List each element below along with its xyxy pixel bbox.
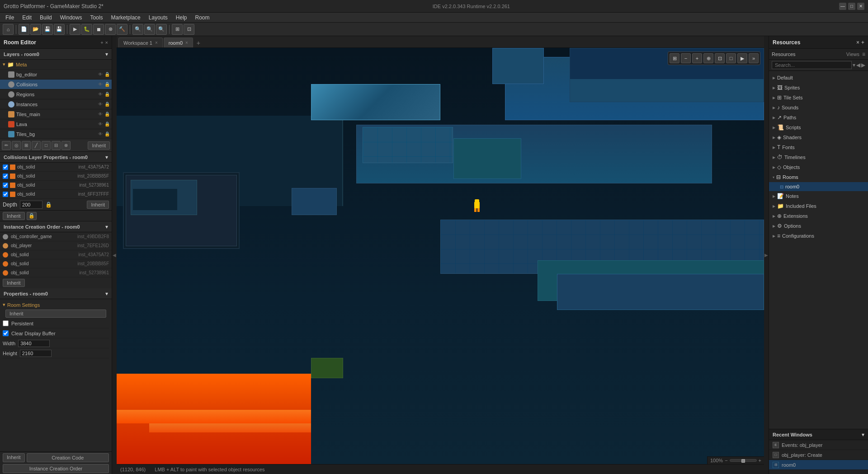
layer-tiles-bg[interactable]: Tiles_bg 👁 🔒 [0,129,112,139]
canvas-square-btn[interactable]: □ [726,53,736,63]
res-cat-extensions[interactable]: ▶ ⊕ Extensions [769,211,868,221]
search-next[interactable]: ▶ [861,62,865,68]
collisions-vis-icon[interactable]: 👁 [98,82,103,87]
order-item-3[interactable]: obj_solid inst_20BBB85F [0,259,112,268]
views-label[interactable]: Views [844,52,862,57]
lock-btn[interactable]: 🔒 [27,212,37,220]
layer-tiles-main[interactable]: Tiles_main 👁 🔒 [0,109,112,119]
depth-inherit-btn[interactable]: Inherit [87,201,109,209]
order-item-0[interactable]: obj_controller_game inst_49BDB2F8 [0,232,112,241]
creation-code-btn[interactable]: Creation Code [27,453,109,462]
toolbar-build[interactable]: 🔨 [117,24,127,35]
toolbar-search-code[interactable]: 🔍 [144,24,155,35]
menu-room[interactable]: Room [192,14,213,22]
regions-vis-icon[interactable]: 👁 [98,92,103,97]
tab-workspace1[interactable]: Workspace 1 × [118,38,163,47]
search-prev[interactable]: ◀ [856,62,860,68]
collision-check-3[interactable] [3,192,8,197]
canvas-play-btn[interactable]: ▶ [737,53,747,63]
res-cat-paths[interactable]: ▶ ↗ Paths [769,113,868,122]
recent-item-events[interactable]: E Events: obj_player [769,440,868,450]
menu-marketplace[interactable]: Marketplace [107,14,144,22]
regions-lock-icon[interactable]: 🔒 [104,92,110,97]
tiles-bg-lock-icon[interactable]: 🔒 [104,131,110,136]
tool-rect[interactable]: □ [42,141,51,150]
collisions-lock-icon[interactable]: 🔒 [104,82,110,87]
order-item-4[interactable]: obj_solid inst_52738961 [0,268,112,277]
res-cat-sprites[interactable]: ▶ 🖼 Sprites [769,83,868,93]
right-panel-toggle[interactable]: ▶ [764,36,769,474]
res-cat-shaders[interactable]: ▶ ◈ Shaders [769,132,868,142]
menu-tools[interactable]: Tools [86,14,106,22]
room-editor-close[interactable]: × [105,40,108,45]
clear-display-check[interactable] [3,330,9,336]
search-dropdown[interactable]: ▾ [853,62,855,68]
maximize-button[interactable]: □ [848,3,855,10]
tab-room0[interactable]: room0 × [164,38,193,47]
toolbar-save[interactable]: 💾 [42,24,53,35]
close-button[interactable]: ✕ [857,3,864,10]
canvas-zoom-100[interactable]: ⊕ [703,53,713,63]
toolbar-new[interactable]: 📄 [19,24,29,35]
tool-path[interactable]: ⊞ [22,141,31,150]
resources-search[interactable] [772,61,852,69]
minimize-button[interactable]: — [839,3,846,10]
order-inherit-btn[interactable]: Inherit [3,279,25,287]
layer-instances[interactable]: Instances 👁 🔒 [0,99,112,109]
menu-layouts[interactable]: Layouts [145,14,171,22]
instance-creation-order-btn[interactable]: Instance Creation Order [3,464,109,473]
collision-check-1[interactable] [3,174,8,179]
canvas-zoom-in[interactable]: + [692,53,702,63]
res-default-group[interactable]: ▶ Default [769,73,868,83]
zoom-slider-thumb[interactable] [741,459,745,463]
tool-line[interactable]: ╱ [32,141,41,150]
props-collapse[interactable]: ▾ [105,291,108,297]
toolbar-save-all[interactable]: 💾 [54,24,65,35]
tool-eraser[interactable]: ⊗ [61,141,71,150]
tiles-main-vis-icon[interactable]: 👁 [98,112,103,117]
res-cat-options[interactable]: ▶ ⚙ Options [769,221,868,231]
tiles-bg-vis-icon[interactable]: 👁 [98,131,103,136]
persistent-check[interactable] [3,320,9,326]
width-input[interactable] [18,340,50,347]
tool-paint[interactable]: ✏ [2,141,11,150]
collision-item-2[interactable]: obj_solid inst_52738961 [0,181,112,190]
toolbar-debug[interactable]: 🐛 [81,24,92,35]
recent-windows-collapse[interactable]: ▾ [862,432,864,438]
room-editor-add[interactable]: + [100,40,103,45]
zoom-slider-track[interactable] [730,459,757,462]
menu-file[interactable]: File [2,14,18,22]
res-cat-sounds[interactable]: ▶ ♪ Sounds [769,103,868,113]
height-input[interactable] [20,350,52,357]
res-cat-included-files[interactable]: ▶ 📁 Included Files [769,201,868,211]
bottom-inherit-btn[interactable]: Inherit [3,453,25,462]
canvas-zoom-out[interactable]: − [681,53,691,63]
toolbar-clean[interactable]: ⊗ [105,24,116,35]
canvas-grid-btn[interactable]: ⊞ [670,53,679,63]
bg-editor-vis-icon[interactable]: 👁 [98,72,103,77]
toolbar-home[interactable]: ⌂ [3,24,14,35]
recent-item-obj-player[interactable]: □ obj_player: Create [769,450,868,460]
canvas-fast-btn[interactable]: » [749,53,759,63]
bg-editor-lock-icon[interactable]: 🔒 [104,72,110,77]
toolbar-run[interactable]: ▶ [70,24,80,35]
res-cat-objects[interactable]: ▶ ◇ Objects [769,162,868,172]
res-cat-configurations[interactable]: ▶ ≡ Configurations [769,231,868,241]
collision-item-0[interactable]: obj_solid inst_43A75A72 [0,163,112,172]
collision-check-0[interactable] [3,164,8,170]
toolbar-grid[interactable]: ⊞ [172,24,183,35]
order-collapse[interactable]: ▾ [105,224,108,230]
canvas-fit-room[interactable]: ⊡ [715,53,725,63]
collisions-props-collapse[interactable]: ▾ [105,154,108,160]
canvas-area[interactable]: ⊞ − + ⊕ ⊡ □ ▶ » 100% − + [117,48,764,464]
order-item-1[interactable]: obj_player inst_7EFE126D [0,241,112,250]
menu-windows[interactable]: Windows [57,14,86,22]
collision-item-3[interactable]: obj_solid inst_6FF37FFF [0,190,112,199]
toolbar-find-ref[interactable]: 🔍 [156,24,167,35]
tab-add-btn[interactable]: + [194,38,203,47]
instances-lock-icon[interactable]: 🔒 [104,102,110,107]
tool-select[interactable]: ◎ [12,141,21,150]
res-cat-rooms[interactable]: ▾ ⊟ Rooms [769,172,868,182]
res-cat-fonts[interactable]: ▶ T Fonts [769,142,868,152]
lava-vis-icon[interactable]: 👁 [98,122,103,127]
